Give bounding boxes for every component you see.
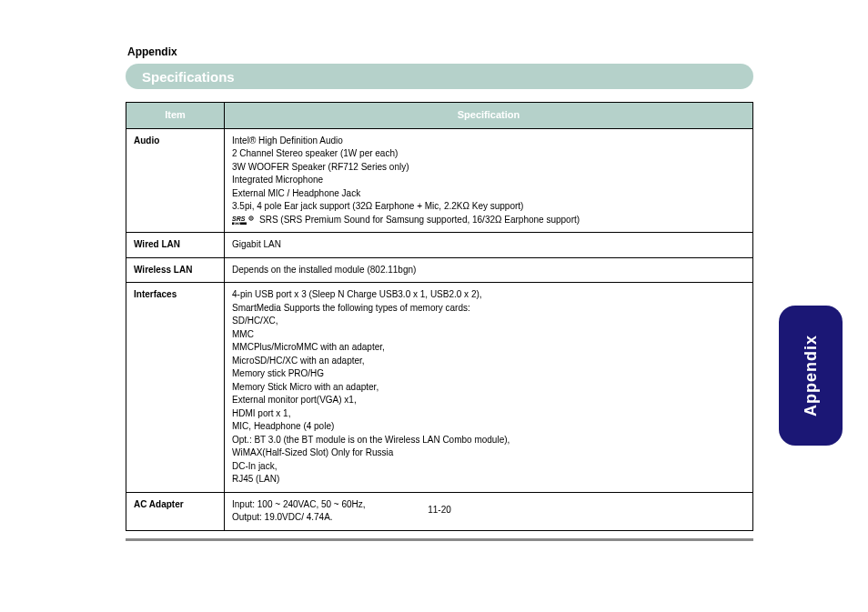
spec-line: Intel® High Definition Audio: [232, 135, 745, 148]
spec-line: MMC: [232, 328, 745, 342]
cell-item: Audio: [126, 128, 225, 233]
side-tab-appendix: Appendix: [779, 306, 843, 446]
bottom-bar: [126, 538, 753, 541]
table-row: Wired LANGigabit LAN: [126, 233, 753, 258]
page-number: 11-20: [126, 505, 753, 515]
spec-line: 4-pin USB port x 3 (Sleep N Charge USB3.…: [232, 288, 745, 302]
spec-line: DC-In jack,: [232, 460, 745, 474]
spec-line: WiMAX(Half-Sized Slot) Only for Russia: [232, 446, 745, 460]
spec-line: MIC, Headphone (4 pole): [232, 420, 745, 434]
col-item: Item: [126, 103, 225, 129]
spec-line: SD/HC/XC,: [232, 315, 745, 328]
spec-line: 3W WOOFER Speaker (RF712 Series only): [232, 161, 745, 175]
spec-line: Gigabit LAN: [232, 238, 745, 252]
section-banner: Specifications: [126, 64, 753, 89]
cell-item: Wired LAN: [126, 233, 225, 258]
spec-line: Opt.: BT 3.0 (the BT module is on the Wi…: [232, 434, 745, 447]
table-row: AudioIntel® High Definition Audio2 Chann…: [126, 128, 753, 233]
cell-spec: 4-pin USB port x 3 (Sleep N Charge USB3.…: [225, 283, 753, 493]
spec-line: Integrated Microphone: [232, 174, 745, 187]
spec-line: SmartMedia Supports the following types …: [232, 302, 745, 316]
page-top-label: Appendix: [127, 45, 753, 58]
svg-text:WOW: WOW: [234, 222, 240, 226]
spec-line: HDMI port x 1,: [232, 407, 745, 421]
spec-line: External MIC / Headphone Jack: [232, 187, 745, 201]
spec-line: MicroSD/HC/XC with an adapter,: [232, 355, 745, 368]
spec-line: 3.5pi, 4 pole Ear jack support (32Ω Earp…: [232, 200, 745, 214]
cell-spec: Intel® High Definition Audio2 Channel St…: [225, 128, 753, 233]
svg-point-2: [250, 217, 252, 219]
table-row: Wireless LANDepends on the installed mod…: [126, 257, 753, 283]
svg-text:SRS: SRS: [232, 216, 246, 222]
spec-line: RJ45 (LAN): [232, 473, 745, 487]
srs-wow-icon: SRSWOW: [232, 215, 256, 226]
spec-line: Memory Stick Micro with an adapter,: [232, 381, 745, 395]
spec-line: MMCPlus/MicroMMC with an adapter,: [232, 341, 745, 355]
cell-item: Wireless LAN: [126, 257, 225, 283]
col-spec: Specification: [225, 103, 753, 129]
cell-item: Interfaces: [126, 283, 225, 493]
spec-table: Item Specification AudioIntel® High Defi…: [126, 102, 753, 531]
spec-line: 2 Channel Stereo speaker (1W per each): [232, 147, 745, 161]
spec-line: SRSWOWSRS (SRS Premium Sound for Samsung…: [232, 214, 745, 227]
spec-line: Depends on the installed module (802.11b…: [232, 264, 745, 277]
spec-line: External monitor port(VGA) x1,: [232, 394, 745, 407]
cell-spec: Gigabit LAN: [225, 233, 753, 258]
table-row: Interfaces4-pin USB port x 3 (Sleep N Ch…: [126, 283, 753, 493]
section-banner-title: Specifications: [142, 69, 235, 85]
spec-line: Memory stick PRO/HG: [232, 367, 745, 381]
cell-spec: Depends on the installed module (802.11b…: [225, 257, 753, 283]
